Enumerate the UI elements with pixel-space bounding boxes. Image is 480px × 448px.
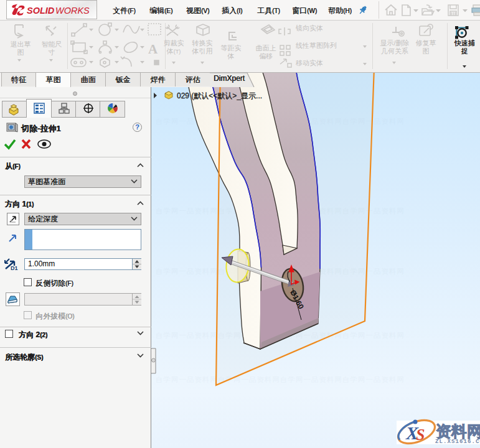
svg-text:资料网: 资料网 xyxy=(436,422,480,440)
svg-text:ZL.XS1616.COM: ZL.XS1616.COM xyxy=(435,439,480,445)
svg-text:A: A xyxy=(148,42,158,57)
svg-text:029 (默认<<默认>_显示...: 029 (默认<<默认>_显示... xyxy=(177,91,262,100)
svg-text:SOLID: SOLID xyxy=(27,6,55,16)
svg-text:D1: D1 xyxy=(11,265,18,271)
svg-text:S: S xyxy=(416,426,425,444)
svg-text:WORKS: WORKS xyxy=(55,6,90,16)
svg-text:自学网一品资料网自学网一品资料网自学网一品资料网自学网一品资: 自学网一品资料网自学网一品资料网自学网一品资料网自学网一品资料网 xyxy=(156,376,405,383)
